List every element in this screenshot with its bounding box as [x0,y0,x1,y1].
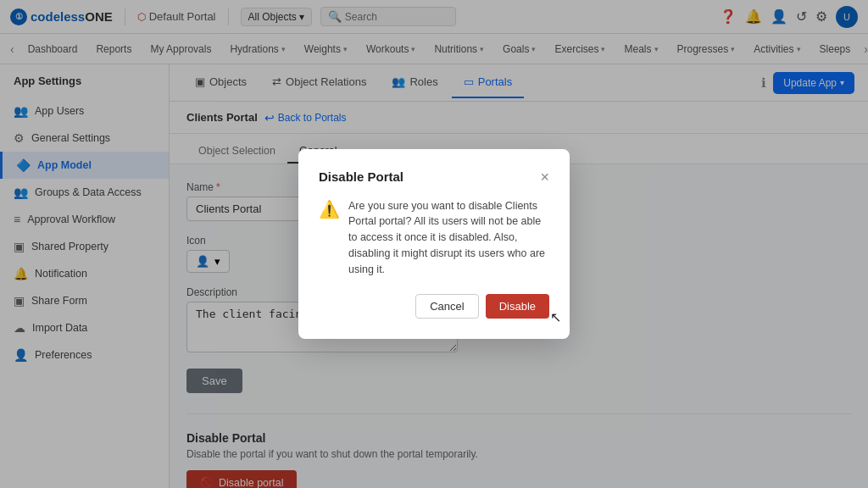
modal-disable-button[interactable]: Disable ↖ [486,294,549,319]
modal-cancel-button[interactable]: Cancel [415,294,478,319]
disable-confirm-label: Disable [499,300,536,313]
cursor-icon: ↖ [550,309,561,325]
modal-close-button[interactable]: × [540,169,549,185]
warning-icon: ⚠️ [319,199,340,278]
modal-body: ⚠️ Are you sure you want to disable Clie… [319,198,549,278]
modal-header: Disable Portal × [319,169,549,185]
modal-footer: Cancel Disable ↖ [319,294,549,319]
modal-message: Are you sure you want to disable Clients… [348,198,549,278]
disable-portal-modal: Disable Portal × ⚠️ Are you sure you wan… [298,149,570,340]
modal-overlay: Disable Portal × ⚠️ Are you sure you wan… [0,0,868,488]
modal-title: Disable Portal [319,169,403,184]
